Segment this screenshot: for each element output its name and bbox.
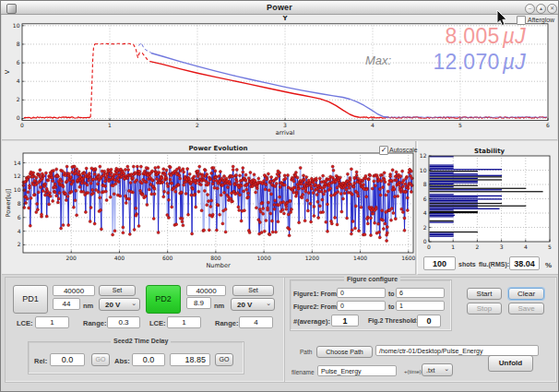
seed2-abs-field[interactable]: 0.0	[132, 353, 165, 366]
figure1-to-field[interactable]: 6	[396, 288, 445, 298]
extension-dropdown[interactable]: .txt ⌄	[422, 363, 453, 376]
window-title: Power	[1, 3, 558, 12]
close-button-icon[interactable]: ✕	[547, 4, 557, 14]
percent-label: %	[545, 261, 552, 269]
chevron-down-icon: ⌄	[266, 300, 271, 307]
pd1-nm-label: nm	[83, 302, 93, 310]
chevron-down-icon: ⌄	[444, 365, 449, 373]
clear-button[interactable]: Clear	[508, 288, 544, 300]
pd2-range-label: Range:	[215, 319, 238, 327]
pd2-lce-label: LCE:	[149, 319, 166, 327]
seed2-abs-go-button[interactable]: GO	[215, 353, 233, 366]
seed2-rel-field[interactable]: 0.0	[50, 353, 85, 366]
evolution-figure-panel	[2, 141, 416, 275]
figure2-to-field[interactable]: 1	[396, 301, 445, 311]
seed2-panel-title: Seed2 Time Delay	[111, 338, 171, 344]
pd1-range-label: Range:	[83, 319, 106, 327]
pd1-button[interactable]: PD1	[13, 285, 48, 314]
minimize-button-icon[interactable]: –	[525, 4, 535, 14]
rms-label: flu.(RMS):	[479, 261, 509, 267]
pd1-range-field[interactable]: 0.3	[107, 316, 140, 328]
average-field[interactable]: 1	[331, 315, 359, 327]
pd2-max-unit: µJ	[503, 50, 526, 74]
pd1-lce-label: LCE:	[17, 319, 33, 327]
title-bar: Power – ▴ ✕	[1, 1, 558, 15]
pd2-nm-label: nm	[214, 302, 224, 310]
pd1-voltage-dropdown[interactable]: 20 V ⌄	[99, 298, 140, 311]
pd2-max-value: 12.070	[433, 50, 499, 74]
autoscale-label: Autoscale	[389, 147, 418, 153]
maximize-button-icon[interactable]: ▴	[536, 4, 546, 14]
pd2-counts-field[interactable]: 40000	[186, 285, 226, 296]
pd2-button[interactable]: PD2	[146, 285, 181, 314]
figure-configure-title: Figure configure	[344, 276, 400, 282]
figure2-from-field[interactable]: 0	[337, 301, 386, 311]
extension-value: .txt	[426, 367, 434, 374]
pd1-lce-field[interactable]: 1	[35, 316, 69, 328]
filename-label: filename	[291, 369, 315, 375]
pd1-voltage-value: 20 V	[105, 301, 120, 309]
pd1-max-value: 8.005	[446, 24, 500, 48]
seed2-rel-label: Rel:	[34, 357, 47, 365]
pd2-voltage-value: 20 V	[237, 301, 252, 309]
chevron-down-icon: ⌄	[131, 300, 137, 307]
pd2-range-field[interactable]: 4	[239, 316, 273, 328]
figure2-from-label: Figure2: From	[293, 303, 337, 310]
seed2-rel-go-button[interactable]: GO	[91, 353, 110, 366]
stop-button[interactable]: Stop	[467, 303, 502, 315]
pd1-max-unit: µJ	[503, 24, 526, 48]
shots-count-field[interactable]: 100	[423, 256, 456, 270]
rms-value-field[interactable]: 38.04	[509, 256, 540, 270]
pd2-set-button[interactable]: Set	[232, 285, 274, 296]
afterglow-checkbox[interactable]	[517, 16, 526, 25]
afterglow-label: Afterglow	[528, 17, 554, 23]
shots-label: shots	[458, 261, 476, 267]
pd2-wavelength-field[interactable]: 8.9	[186, 297, 211, 309]
path-label: Path	[300, 349, 312, 355]
figure2-to-label: to	[388, 303, 395, 310]
average-label: #(average):	[293, 317, 330, 326]
figure1-to-label: to	[388, 291, 395, 297]
stability-figure-panel	[417, 141, 558, 275]
pd2-max-readout: 12.070µJ	[341, 52, 526, 73]
pd2-voltage-dropdown[interactable]: 20 V ⌄	[231, 298, 275, 311]
pd2-lce-field[interactable]: 1	[167, 316, 201, 328]
pd1-counts-field[interactable]: 40000	[53, 285, 95, 296]
seed2-abs-label: Abs:	[114, 357, 130, 365]
figure1-from-label: Figure1: From	[293, 291, 337, 297]
unfold-button[interactable]: Unfold	[488, 355, 533, 372]
save-button[interactable]: Save	[508, 303, 544, 315]
pd1-wavelength-field[interactable]: 44	[53, 298, 80, 310]
filename-field[interactable]: Pulse_Energy	[317, 365, 397, 376]
autoscale-checkbox[interactable]: ✓	[379, 146, 388, 155]
time-suffix-label: +(time)	[404, 369, 422, 374]
choose-path-button[interactable]: Choose Path	[316, 346, 373, 358]
threshold-field[interactable]: 0	[417, 315, 441, 327]
start-button[interactable]: Start	[467, 288, 502, 300]
threshold-label: Fig.2 Threshold:	[368, 317, 418, 324]
pd1-set-button[interactable]: Set	[99, 285, 136, 296]
figure1-from-field[interactable]: 0	[337, 288, 386, 298]
seed2-abs-total-field[interactable]: 18.85	[170, 353, 210, 366]
pd1-max-readout: 8.005µJ	[341, 26, 526, 47]
